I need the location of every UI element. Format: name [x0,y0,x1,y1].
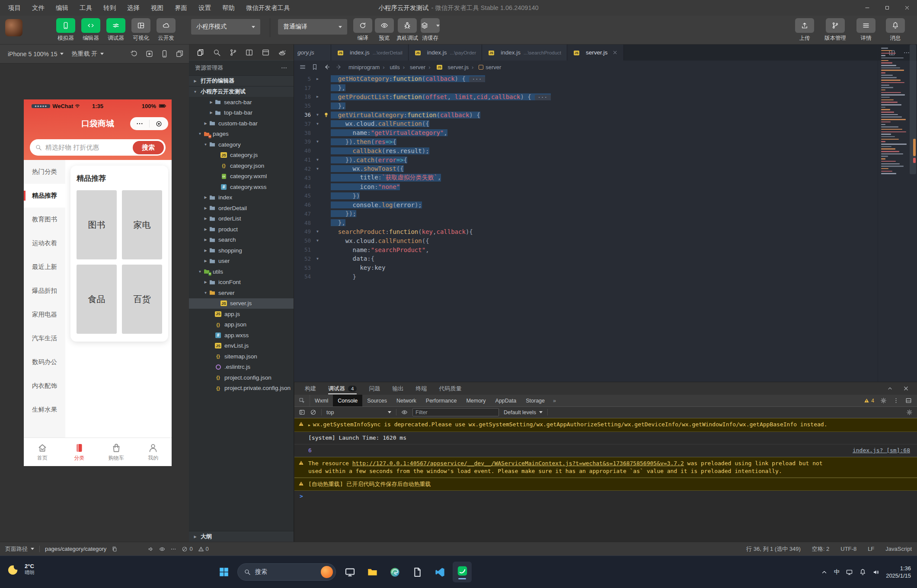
menu-item[interactable]: 编辑 [50,0,74,16]
fold-icon[interactable]: ▼ [314,239,321,243]
tree-item[interactable]: app.js [189,309,294,320]
kebab-menu-icon[interactable] [893,397,899,404]
fold-icon[interactable]: ▶ [314,95,321,99]
breadcrumb-item[interactable]: server [469,64,501,70]
category-item[interactable]: 生鲜水果 [24,398,65,422]
fold-icon[interactable]: ▶ [314,77,321,81]
fold-icon[interactable]: ▼ [314,167,321,171]
tree-item[interactable]: sitemap.json [189,351,294,362]
eye-button[interactable] [375,18,394,33]
toolbar-action[interactable]: 真机调试 [396,18,418,42]
tree-item[interactable]: ▶shopping [189,245,294,256]
panel-tab-问题[interactable]: 问题 [369,382,380,395]
cursor-position[interactable]: 行 36, 列 1 (选中 349) [746,545,801,553]
category-item[interactable]: 运动衣着 [24,231,65,255]
console-sidebar-icon[interactable] [299,409,305,415]
compile-mode-select[interactable]: 普通编译 [278,19,347,35]
warning-count[interactable]: 0 [198,546,209,552]
category-item[interactable]: 汽车生活 [24,326,65,350]
search-button[interactable]: 搜索 [133,141,164,154]
upload-button[interactable] [795,18,814,33]
tree-item[interactable]: envList.js [189,341,294,352]
resource-link[interactable]: http://127.0.0.1:40567/appservice/__dev_… [352,460,684,467]
screenshot-icon[interactable] [176,50,184,58]
devtools-tab-Wxml[interactable]: Wxml [310,395,333,406]
tree-item[interactable]: category.wxml [189,171,294,182]
minimap[interactable] [878,45,909,382]
tree-item[interactable]: project.config.json [189,372,294,383]
devtools-tab-AppData[interactable]: AppData [491,395,521,406]
close-button[interactable] [897,0,917,16]
page-path-select[interactable]: 页面路径 [5,545,34,553]
close-icon[interactable] [612,50,618,55]
category-item[interactable]: 精品推荐 [24,184,65,208]
tree-item[interactable]: ▼category [189,139,294,150]
tree-item[interactable]: ▶orderList [189,214,294,224]
indentation[interactable]: 空格: 2 [812,545,829,553]
tree-item[interactable]: ▶user [189,256,294,267]
console-prompt[interactable]: > [294,491,917,499]
fold-icon[interactable]: ▼ [314,113,321,117]
bell-button[interactable] [886,18,905,33]
split-button[interactable] [245,48,253,57]
taskbar-app-file-explorer[interactable] [363,562,382,582]
device-select[interactable]: iPhone 5 100% 15 [5,51,66,58]
outline-section[interactable]: ▶大纲 [189,531,294,542]
taskbar-app-edge[interactable] [385,562,404,582]
category-item[interactable]: 热门分类 [24,160,65,184]
fold-icon[interactable]: ▼ [314,140,321,144]
tree-item[interactable]: app.json [189,320,294,330]
devtools-tab-Console[interactable]: Console [333,395,362,406]
menu-item[interactable]: 项目 [3,0,26,16]
error-count[interactable]: 0 [182,546,192,552]
menu-item[interactable]: 设置 [193,0,217,16]
phone-button[interactable] [56,18,75,33]
category-item[interactable]: 内衣配饰 [24,374,65,398]
menu-item[interactable]: 帮助 [217,0,240,16]
devtools-tab-Performance[interactable]: Performance [421,395,462,406]
copy-path-icon[interactable] [112,546,118,552]
tree-item[interactable]: ▶orderDetail [189,203,294,214]
ime-indicator[interactable]: 中 [834,568,840,576]
tray-expand-icon[interactable] [821,569,828,576]
editor-scrollbar[interactable] [909,45,917,382]
toolbar-action[interactable]: 模拟器 [56,18,75,42]
panel-tab-输出[interactable]: 输出 [392,382,403,395]
warning-count[interactable]: 4 [864,398,874,404]
layers-button[interactable] [421,18,440,33]
refresh-button[interactable] [353,18,372,33]
breadcrumb-item[interactable]: utils [380,64,399,70]
taskbar-app-documents[interactable] [408,562,427,582]
editor-tab[interactable]: index.js...\searchProduct [482,45,567,61]
category-item[interactable]: 最近上新 [24,255,65,279]
fold-icon[interactable]: ▼ [314,257,321,261]
window-button[interactable] [262,48,270,57]
collapse-icon[interactable] [887,385,893,392]
bell-icon[interactable] [859,569,866,576]
inspect-element-icon[interactable] [294,395,310,406]
devtools-tab-Storage[interactable]: Storage [521,395,550,406]
product-grid-cell[interactable]: 食品 [77,265,117,334]
product-grid-cell[interactable]: 百货 [122,265,162,334]
announcement-icon[interactable] [148,546,154,552]
devtools-tab-Memory[interactable]: Memory [461,395,490,406]
stop-icon[interactable] [145,50,153,58]
user-avatar[interactable] [5,19,22,36]
tabbar-item-bag[interactable]: 购物车 [98,438,135,466]
folded-code-icon[interactable]: ··· [535,95,551,100]
panel-tab-构建[interactable]: 构建 [305,382,316,395]
toolbar-action[interactable]: 可视化 [131,18,150,42]
files-button[interactable] [196,48,204,57]
tree-item[interactable]: server.js [189,298,294,309]
maximize-button[interactable] [877,0,897,16]
project-section[interactable]: ▼小程序云开发测试 [189,86,294,97]
more-tabs-button[interactable]: » [550,395,559,406]
toolbar-action[interactable]: 编辑器 [81,18,100,42]
toolbar-action[interactable]: 版本管理 [824,18,846,42]
toolbar-action[interactable]: 消息 [886,18,905,42]
bookmark-icon[interactable] [311,64,318,70]
search-input[interactable]: 精选好物 打折优惠 搜索 [30,139,166,156]
fold-icon[interactable]: ▼ [314,122,321,126]
editor-tab[interactable]: index.js...\orderDetail [331,45,409,61]
tree-item[interactable]: ▼utils [189,266,294,277]
